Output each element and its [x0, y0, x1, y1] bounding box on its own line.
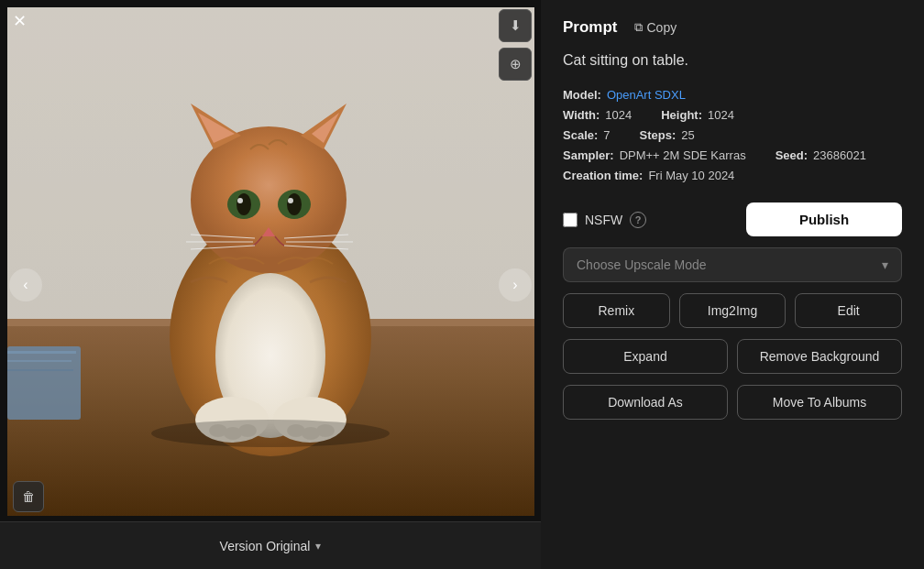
nsfw-group: NSFW ?	[563, 212, 646, 228]
move-to-albums-button[interactable]: Move To Albums	[737, 385, 902, 420]
three-buttons-row: Remix Img2Img Edit	[563, 293, 902, 328]
svg-point-20	[288, 198, 293, 203]
prompt-title: Prompt	[563, 18, 618, 37]
scale-value: 7	[603, 128, 610, 142]
svg-rect-4	[7, 346, 81, 420]
meta-sampler-row: Sampler: DPM++ 2M SDE Karras Seed: 23686…	[563, 148, 902, 162]
model-key: Model:	[563, 88, 601, 102]
next-button[interactable]: ›	[499, 268, 532, 301]
creation-value: Fri May 10 2024	[648, 169, 734, 182]
copy-label: Copy	[647, 20, 677, 35]
actions-area: NSFW ? Publish Choose Upscale Mode ▾ Rem…	[563, 202, 902, 420]
svg-rect-7	[7, 369, 73, 371]
meta-model-row: Model: OpenArt SDXL	[563, 88, 902, 102]
upscale-chevron-icon[interactable]: ▾	[869, 247, 902, 282]
height-value: 1024	[708, 108, 734, 122]
delete-button[interactable]: 🗑	[13, 481, 44, 512]
download-button[interactable]: Download As	[563, 385, 728, 420]
download-albums-row: Download As Move To Albums	[563, 385, 902, 420]
nsfw-publish-row: NSFW ? Publish	[563, 202, 902, 236]
meta-scale-row: Scale: 7 Steps: 25	[563, 128, 902, 142]
width-value: 1024	[605, 108, 632, 122]
meta-creation-row: Creation time: Fri May 10 2024	[563, 169, 902, 182]
version-bar: Version Original ▾	[0, 521, 541, 569]
copy-button[interactable]: ⧉ Copy	[629, 18, 683, 37]
next-icon: ›	[512, 277, 517, 293]
download-icon: ⬇	[510, 17, 522, 34]
edit-button[interactable]: Edit	[795, 293, 902, 328]
version-label: Version Original	[220, 539, 311, 553]
image-panel: ✕ ⬇ ⊕	[0, 0, 541, 569]
nsfw-label: NSFW	[585, 213, 622, 227]
width-key: Width:	[563, 108, 600, 122]
prev-icon: ‹	[23, 277, 28, 293]
zoom-icon: ⊕	[510, 56, 522, 72]
img2img-button[interactable]: Img2Img	[679, 293, 786, 328]
meta-dimensions-row: Width: 1024 Height: 1024	[563, 108, 902, 122]
nsfw-help-icon[interactable]: ?	[630, 212, 646, 228]
model-value[interactable]: OpenArt SDXL	[607, 88, 686, 102]
height-key: Height:	[661, 108, 702, 122]
prompt-header: Prompt ⧉ Copy	[563, 18, 902, 37]
sampler-value: DPM++ 2M SDE Karras	[620, 148, 746, 162]
svg-point-17	[236, 193, 251, 215]
upscale-row: Choose Upscale Mode ▾	[563, 247, 902, 282]
close-button[interactable]: ✕	[13, 13, 27, 29]
image-container	[0, 0, 541, 522]
meta-info: Model: OpenArt SDXL Width: 1024 Height: …	[563, 88, 902, 182]
svg-rect-6	[7, 360, 72, 362]
remix-button[interactable]: Remix	[563, 293, 670, 328]
scale-key: Scale:	[563, 128, 598, 142]
download-button[interactable]: ⬇	[499, 9, 532, 42]
remove-background-button[interactable]: Remove Background	[737, 339, 902, 374]
steps-key: Steps:	[640, 128, 676, 142]
nsfw-checkbox[interactable]	[563, 213, 578, 227]
svg-rect-5	[7, 351, 76, 354]
zoom-button[interactable]: ⊕	[499, 48, 532, 81]
seed-value: 23686021	[813, 148, 866, 162]
copy-icon: ⧉	[634, 20, 643, 35]
svg-point-18	[287, 193, 302, 215]
svg-point-19	[237, 198, 243, 203]
seed-key: Seed:	[776, 148, 808, 162]
details-panel: Prompt ⧉ Copy Cat sitting on table. Mode…	[541, 0, 924, 569]
cat-image	[7, 7, 534, 516]
delete-icon: 🗑	[22, 489, 35, 504]
upscale-select[interactable]: Choose Upscale Mode	[563, 247, 869, 282]
version-chevron-icon: ▾	[315, 540, 321, 553]
prev-button[interactable]: ‹	[9, 268, 42, 301]
prompt-text: Cat sitting on table.	[563, 49, 902, 71]
close-icon: ✕	[13, 12, 27, 30]
publish-button[interactable]: Publish	[746, 202, 902, 236]
expand-removebg-row: Expand Remove Background	[563, 339, 902, 374]
creation-key: Creation time:	[563, 169, 643, 182]
sampler-key: Sampler:	[563, 148, 614, 162]
svg-point-36	[151, 420, 390, 447]
steps-value: 25	[681, 128, 694, 142]
top-right-toolbar: ⬇ ⊕	[499, 9, 532, 81]
expand-button[interactable]: Expand	[563, 339, 728, 374]
